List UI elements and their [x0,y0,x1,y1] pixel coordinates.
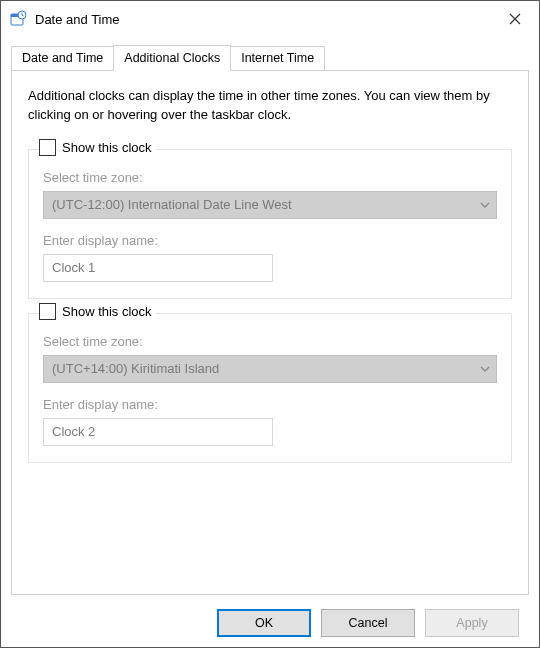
show-clock-2-checkbox[interactable] [39,303,56,320]
show-clock-1-label: Show this clock [62,140,152,155]
show-clock-1[interactable]: Show this clock [39,139,156,156]
displayname-1-label: Enter display name: [43,233,497,248]
tab-internet-time[interactable]: Internet Time [230,46,325,70]
displayname-1-value: Clock 1 [52,260,95,275]
chevron-down-icon [480,364,490,374]
displayname-2-input[interactable]: Clock 2 [43,418,273,446]
close-icon [509,13,521,25]
displayname-2-value: Clock 2 [52,424,95,439]
timezone-2-label: Select time zone: [43,334,497,349]
tab-label: Internet Time [241,51,314,65]
timezone-1-label: Select time zone: [43,170,497,185]
intro-text: Additional clocks can display the time i… [28,87,512,125]
dialog-window: Date and Time Date and Time Additional C… [0,0,540,648]
timezone-1-select[interactable]: (UTC-12:00) International Date Line West [43,191,497,219]
close-button[interactable] [491,1,539,37]
timezone-2-select[interactable]: (UTC+14:00) Kiritimati Island [43,355,497,383]
show-clock-2-label: Show this clock [62,304,152,319]
apply-button[interactable]: Apply [425,609,519,637]
clock-group-2: Show this clock Select time zone: (UTC+1… [28,313,512,463]
cancel-button-label: Cancel [349,616,388,630]
show-clock-1-checkbox[interactable] [39,139,56,156]
ok-button[interactable]: OK [217,609,311,637]
show-clock-2[interactable]: Show this clock [39,303,156,320]
displayname-2-label: Enter display name: [43,397,497,412]
tab-additional-clocks[interactable]: Additional Clocks [113,45,231,71]
ok-button-label: OK [255,616,273,630]
tab-label: Additional Clocks [124,51,220,65]
chevron-down-icon [480,200,490,210]
clock-settings-icon [9,10,27,28]
timezone-2-value: (UTC+14:00) Kiritimati Island [52,361,219,376]
tab-date-and-time[interactable]: Date and Time [11,46,114,70]
window-title: Date and Time [35,12,120,27]
titlebar: Date and Time [1,1,539,37]
tabstrip: Date and Time Additional Clocks Internet… [11,45,529,70]
displayname-1-input[interactable]: Clock 1 [43,254,273,282]
tabpage-additional-clocks: Additional clocks can display the time i… [11,70,529,595]
tab-label: Date and Time [22,51,103,65]
timezone-1-value: (UTC-12:00) International Date Line West [52,197,292,212]
apply-button-label: Apply [456,616,487,630]
button-bar: OK Cancel Apply [11,595,529,637]
clock-group-1: Show this clock Select time zone: (UTC-1… [28,149,512,299]
cancel-button[interactable]: Cancel [321,609,415,637]
client-area: Date and Time Additional Clocks Internet… [1,37,539,647]
